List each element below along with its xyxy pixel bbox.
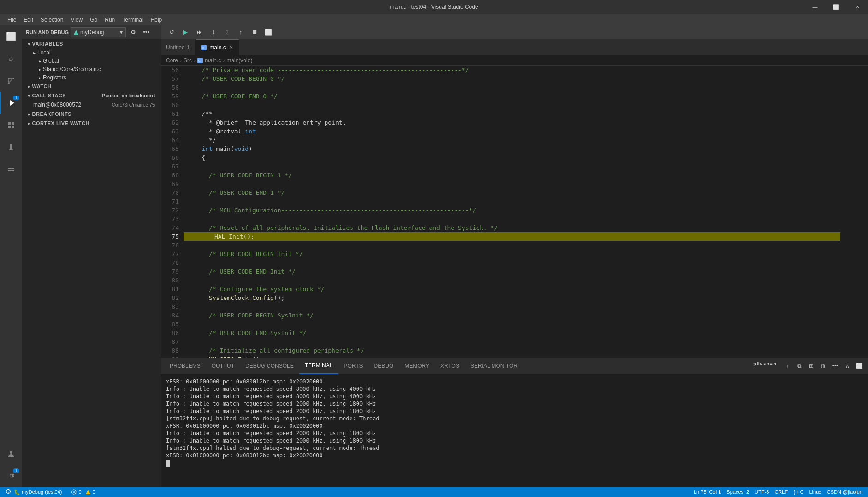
terminal-trash-btn[interactable]: 🗑 <box>818 361 828 371</box>
sidebar-global[interactable]: Global <box>22 57 161 65</box>
debug-config-select[interactable]: myDebug ▾ <box>71 27 126 37</box>
code-line-70: /* USER CODE END 1 */ <box>184 188 840 197</box>
global-chevron <box>39 59 41 64</box>
status-debug-label: 🐛 myDebug (test04) <box>14 489 62 495</box>
terminal-more-btn[interactable]: ••• <box>830 361 840 371</box>
debug-settings-btn[interactable]: ⚙ <box>128 27 139 38</box>
code-line-65: int main(void) <box>184 144 840 153</box>
menu-go[interactable]: Go <box>86 16 101 24</box>
registers-label: Registers <box>43 74 66 81</box>
menu-help[interactable]: Help <box>147 16 166 24</box>
activity-settings[interactable]: 1 <box>0 465 22 487</box>
debug-step-out-btn[interactable]: ⤴ <box>221 27 232 38</box>
watch-header[interactable]: WATCH <box>22 82 161 91</box>
cortex-header[interactable]: CORTEX LIVE WATCH <box>22 119 161 128</box>
tab-ports[interactable]: PORTS <box>338 358 368 374</box>
debug-layout-btn[interactable]: ⬜ <box>263 27 274 38</box>
terminal-layout-btn[interactable]: ⊞ <box>806 361 816 371</box>
status-errors[interactable]: ✕ 0 0 <box>69 489 97 495</box>
debug-step-over-btn[interactable]: ⏭ <box>194 27 205 38</box>
menu-run[interactable]: Run <box>101 16 119 24</box>
breadcrumb-core[interactable]: Core <box>166 57 178 64</box>
menu-terminal[interactable]: Terminal <box>119 16 147 24</box>
menu-edit[interactable]: Edit <box>20 16 37 24</box>
code-line-87 <box>184 337 840 346</box>
tab-mainc-close[interactable]: ✕ <box>229 44 233 51</box>
tab-serial-monitor[interactable]: SERIAL MONITOR <box>465 358 523 374</box>
breadcrumb: Core › Src › C main.c › main(void) <box>161 55 868 66</box>
terminal-content[interactable]: xPSR: 0x01000000 pc: 0x080012bc msp: 0x2… <box>161 374 868 487</box>
code-editor[interactable]: 5657585960616263646566676869707172737475… <box>161 66 840 358</box>
menu-view[interactable]: View <box>67 16 86 24</box>
debug-more-btn[interactable]: ••• <box>141 27 152 38</box>
debug-continue-btn[interactable]: ↺ <box>166 27 177 38</box>
run-debug-label: RUN AND DEBUG <box>26 30 69 35</box>
close-button[interactable]: ✕ <box>847 0 868 14</box>
activity-source-control[interactable] <box>0 70 22 92</box>
tab-xrtos[interactable]: XRTOS <box>435 358 465 374</box>
breakpoints-header[interactable]: BREAKPOINTS <box>22 109 161 119</box>
code-content[interactable]: /* Private user code -------------------… <box>184 66 840 358</box>
code-line-85 <box>184 320 840 329</box>
code-line-81: /* Configure the system clock */ <box>184 285 840 293</box>
minimap <box>840 66 868 358</box>
watch-chevron <box>28 84 30 89</box>
code-line-73 <box>184 215 840 223</box>
activity-test[interactable] <box>0 136 22 158</box>
status-bar: 🐛 myDebug (test04) ✕ 0 0 Ln 75, Col 1 Sp… <box>0 487 868 497</box>
status-remote[interactable]: CSDN @jiaojun <box>825 489 864 495</box>
terminal-add-btn[interactable]: ＋ <box>782 361 792 371</box>
tab-debug[interactable]: DEBUG <box>369 358 399 374</box>
tab-output[interactable]: OUTPUT <box>206 358 240 374</box>
activity-search[interactable]: ⌕ <box>0 48 22 70</box>
terminal-split-btn[interactable]: ⧉ <box>794 361 804 371</box>
callstack-chevron <box>28 93 30 98</box>
tab-untitled[interactable]: Untitled-1 <box>161 39 196 55</box>
menu-selection[interactable]: Selection <box>37 16 67 24</box>
status-position[interactable]: Ln 75, Col 1 <box>692 489 723 495</box>
sidebar-registers[interactable]: Registers <box>22 73 161 82</box>
debug-step-into-btn[interactable]: ⤵ <box>208 27 219 38</box>
terminal-line: Info : Unable to match requested speed 2… <box>166 437 862 444</box>
code-line-78 <box>184 258 840 267</box>
variables-header[interactable]: VARIABLES <box>22 39 161 48</box>
status-encoding[interactable]: UTF-8 <box>753 489 771 495</box>
debug-stop-btn[interactable]: ⏹ <box>249 27 260 38</box>
tab-problems[interactable]: PROBLEMS <box>164 358 206 374</box>
activity-extensions[interactable] <box>0 114 22 136</box>
minimize-button[interactable]: — <box>804 0 826 14</box>
code-line-75: ▶ HAL_Init(); <box>184 232 840 241</box>
breadcrumb-function[interactable]: main(void) <box>226 57 252 64</box>
breakpoints-label: BREAKPOINTS <box>32 111 72 117</box>
status-spaces[interactable]: Spaces: 2 <box>725 489 751 495</box>
breadcrumb-file[interactable]: main.c <box>205 57 221 64</box>
activity-debug[interactable]: 1 <box>0 92 22 114</box>
activity-remote[interactable] <box>0 158 22 180</box>
cortex-section: CORTEX LIVE WATCH <box>22 119 161 128</box>
activity-explorer[interactable]: ⬜ <box>0 25 22 48</box>
call-stack-header[interactable]: CALL STACK Paused on breakpoint <box>22 91 161 100</box>
status-language[interactable]: { } C <box>791 489 805 495</box>
debug-play-btn[interactable]: ▶ <box>180 27 191 38</box>
sidebar-local[interactable]: Local <box>22 48 161 57</box>
tab-memory[interactable]: MEMORY <box>399 358 435 374</box>
breadcrumb-src[interactable]: Src <box>184 57 192 64</box>
status-os[interactable]: Linux <box>808 489 823 495</box>
terminal-collapse-btn[interactable]: ∧ <box>842 361 852 371</box>
callstack-item[interactable]: main@0x08000572 Core/Src/main.c 75 <box>22 100 161 109</box>
activity-account[interactable] <box>0 443 22 465</box>
menu-file[interactable]: File <box>4 16 20 24</box>
sidebar-static[interactable]: Static: /Core/Src/main.c <box>22 65 161 73</box>
terminal-maximize-btn[interactable]: ⬜ <box>854 361 864 371</box>
maximize-button[interactable]: ⬜ <box>826 0 847 14</box>
terminal-line: xPSR: 0x01000000 pc: 0x080012bc msp: 0x2… <box>166 422 862 430</box>
tab-debug-console[interactable]: DEBUG CONSOLE <box>240 358 299 374</box>
status-debug-mode[interactable]: 🐛 myDebug (test04) <box>4 489 64 495</box>
tab-bar: Untitled-1 C main.c ✕ <box>161 39 868 55</box>
tab-mainc[interactable]: C main.c ✕ <box>196 39 239 55</box>
watch-label: WATCH <box>32 84 52 89</box>
status-line-ending[interactable]: CRLF <box>773 489 790 495</box>
tab-terminal[interactable]: TERMINAL <box>299 358 339 374</box>
svg-point-0 <box>8 78 10 79</box>
debug-restart-btn[interactable]: ↑ <box>235 27 246 38</box>
